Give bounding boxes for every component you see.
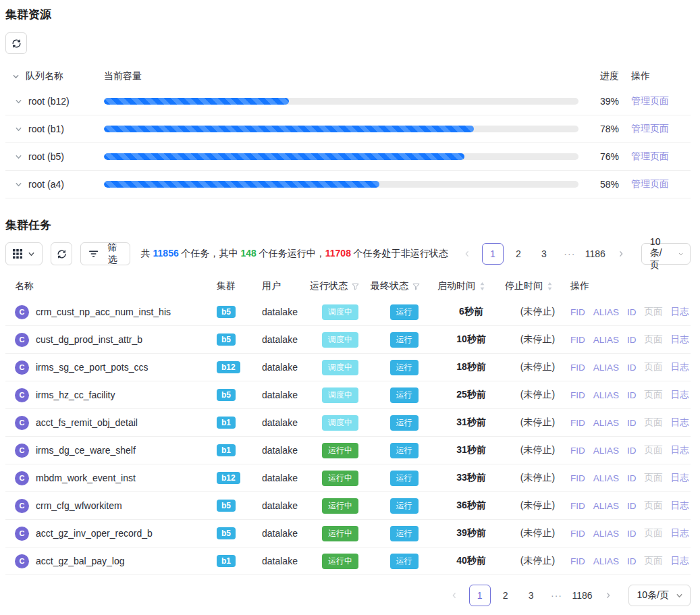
action-link-alias[interactable]: ALIAS	[593, 473, 619, 483]
pager-next-button[interactable]	[597, 585, 619, 606]
page-number-3[interactable]: 3	[533, 243, 555, 265]
action-link-日志[interactable]: 日志	[671, 555, 689, 567]
queue-name: root (b1)	[28, 124, 64, 134]
expand-queue-icon[interactable]	[15, 98, 22, 105]
column-settings-button[interactable]	[5, 242, 43, 265]
tasks-table-header: 名称 集群 用户 运行状态 最终状态 启动时间 停止时间	[5, 274, 691, 298]
manage-page-link[interactable]: 管理页面	[631, 123, 669, 134]
action-link-日志[interactable]: 日志	[671, 444, 689, 456]
action-link-id[interactable]: ID	[627, 335, 637, 345]
action-link-日志[interactable]: 日志	[671, 472, 689, 484]
queue-name: root (b5)	[28, 151, 64, 162]
action-link-日志[interactable]: 日志	[671, 306, 689, 318]
page-size-select[interactable]: 10条/页	[628, 585, 691, 606]
manage-page-link[interactable]: 管理页面	[631, 151, 669, 161]
action-link-fid[interactable]: FID	[570, 418, 585, 428]
action-link-alias[interactable]: ALIAS	[593, 307, 619, 317]
progress-percent: 39%	[595, 96, 631, 107]
final-status-filter-icon[interactable]	[412, 283, 420, 290]
action-link-fid[interactable]: FID	[570, 473, 585, 483]
action-link-fid[interactable]: FID	[570, 501, 585, 511]
row-actions: FIDALIASID页面日志	[570, 361, 691, 373]
action-link-id[interactable]: ID	[627, 307, 637, 317]
start-time: 31秒前	[437, 417, 505, 429]
start-time-sort-icon[interactable]	[479, 282, 485, 291]
page-size-label: 10条/页	[650, 236, 672, 271]
task-user: datalake	[262, 362, 310, 373]
task-row: C acct_gz_inv_oper_record_b b5 datalake …	[5, 520, 691, 547]
action-link-id[interactable]: ID	[627, 556, 637, 566]
action-link-id[interactable]: ID	[627, 390, 637, 400]
expand-queue-icon[interactable]	[15, 181, 22, 188]
manage-page-link[interactable]: 管理页面	[631, 95, 669, 106]
action-link-id[interactable]: ID	[627, 418, 637, 428]
pager-next-button[interactable]	[610, 243, 632, 265]
action-link-日志[interactable]: 日志	[671, 333, 689, 346]
capacity-progressbar	[104, 98, 578, 105]
capacity-progressbar-fill	[104, 153, 464, 160]
action-link-日志[interactable]: 日志	[671, 361, 689, 373]
action-link-fid[interactable]: FID	[570, 307, 585, 317]
page-number-1[interactable]: 1	[482, 243, 504, 265]
page-size-select[interactable]: 10条/页	[641, 243, 691, 265]
action-link-alias[interactable]: ALIAS	[593, 418, 619, 428]
task-row: C irms_hz_cc_facility b5 datalake 调度中 运行…	[5, 381, 691, 409]
action-link-页面: 页面	[645, 555, 663, 567]
page-number-1186[interactable]: 1186	[572, 585, 593, 606]
filter-lines-icon	[89, 250, 98, 258]
manage-page-link[interactable]: 管理页面	[631, 178, 669, 189]
action-link-日志[interactable]: 日志	[671, 527, 689, 539]
page-number-1186[interactable]: 1186	[585, 243, 606, 265]
task-name: cust_dg_prod_inst_attr_b	[36, 334, 142, 345]
action-link-fid[interactable]: FID	[570, 529, 585, 539]
action-link-id[interactable]: ID	[627, 529, 637, 539]
not-running-count: 11708	[325, 248, 351, 259]
action-link-id[interactable]: ID	[627, 363, 637, 373]
pager-prev-button[interactable]	[456, 243, 478, 265]
action-link-alias[interactable]: ALIAS	[593, 501, 619, 511]
run-status-badge: 运行中	[322, 443, 358, 458]
page-number-1[interactable]: 1	[469, 585, 491, 606]
action-link-页面: 页面	[645, 500, 663, 512]
refresh-icon	[11, 38, 22, 49]
action-link-alias[interactable]: ALIAS	[593, 529, 619, 539]
action-link-日志[interactable]: 日志	[671, 500, 689, 512]
collapse-all-icon[interactable]	[12, 73, 20, 80]
page-number-2[interactable]: 2	[495, 585, 516, 606]
action-link-日志[interactable]: 日志	[671, 389, 689, 401]
action-link-fid[interactable]: FID	[570, 390, 585, 400]
pagination-bottom-wrap: 123···118610条/页	[5, 585, 691, 606]
action-link-fid[interactable]: FID	[570, 446, 585, 456]
task-row: C cust_dg_prod_inst_attr_b b5 datalake 调…	[5, 326, 691, 354]
expand-queue-icon[interactable]	[15, 153, 22, 161]
action-link-日志[interactable]: 日志	[671, 417, 689, 429]
stop-time-sort-icon[interactable]	[547, 282, 553, 291]
expand-queue-icon[interactable]	[15, 126, 22, 133]
tasks-refresh-button[interactable]	[51, 242, 72, 265]
action-link-id[interactable]: ID	[627, 446, 637, 456]
action-link-fid[interactable]: FID	[570, 335, 585, 345]
progress-percent: 58%	[595, 179, 631, 190]
action-link-fid[interactable]: FID	[570, 363, 585, 373]
action-link-id[interactable]: ID	[627, 501, 637, 511]
summary-text: 个任务运行中，	[257, 248, 325, 259]
action-link-alias[interactable]: ALIAS	[593, 335, 619, 345]
run-status-filter-icon[interactable]	[352, 283, 359, 290]
task-row: C crm_cust_np_acc_num_inst_his b5 datala…	[5, 298, 691, 326]
action-link-页面: 页面	[645, 472, 663, 484]
task-user: datalake	[262, 556, 310, 566]
pager-prev-button[interactable]	[443, 585, 465, 606]
action-link-alias[interactable]: ALIAS	[593, 363, 619, 373]
action-link-id[interactable]: ID	[627, 473, 637, 483]
pager-ellipsis: ···	[559, 243, 581, 265]
col-user: 用户	[262, 280, 281, 292]
stop-time: (未停止)	[505, 527, 570, 539]
action-link-fid[interactable]: FID	[570, 556, 585, 566]
resources-refresh-button[interactable]	[5, 32, 27, 54]
action-link-alias[interactable]: ALIAS	[593, 446, 619, 456]
action-link-alias[interactable]: ALIAS	[593, 390, 619, 400]
page-number-2[interactable]: 2	[508, 243, 529, 265]
action-link-alias[interactable]: ALIAS	[593, 556, 619, 566]
page-number-3[interactable]: 3	[520, 585, 542, 606]
filter-button[interactable]: 筛选	[80, 242, 130, 265]
